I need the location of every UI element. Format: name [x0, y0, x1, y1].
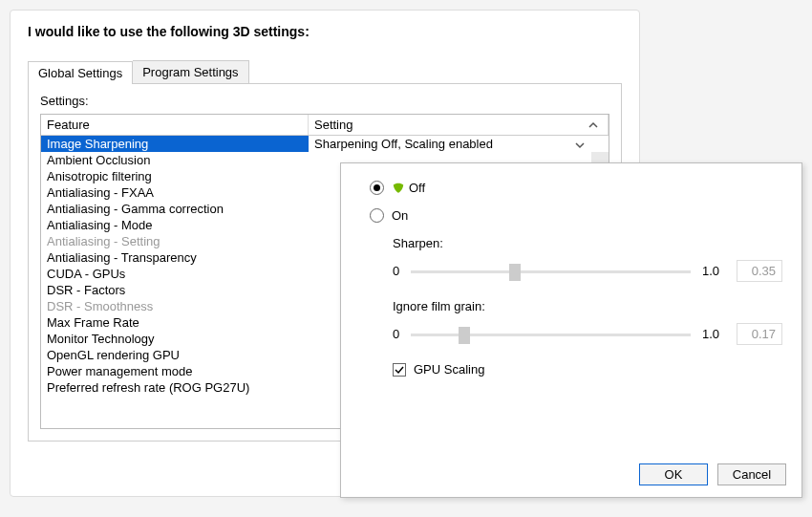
sharpen-row: 0 1.0 0.35	[393, 260, 782, 282]
radio-on[interactable]: On	[370, 208, 782, 223]
feature-cell: Antialiasing - Transparency	[41, 249, 309, 266]
feature-cell: Image Sharpening	[41, 136, 309, 152]
feature-cell: OpenGL rendering GPU	[41, 347, 309, 363]
sharpen-min: 0	[393, 264, 399, 278]
tab-global-settings[interactable]: Global Settings	[28, 61, 133, 84]
feature-cell: Preferred refresh rate (ROG PG27U)	[41, 379, 309, 396]
tab-program-settings[interactable]: Program Settings	[133, 60, 248, 83]
sharpen-slider[interactable]	[411, 262, 691, 281]
radio-on-label: On	[392, 208, 408, 223]
feature-cell: Power management mode	[41, 363, 309, 379]
table-header: Feature Setting	[41, 115, 609, 136]
ok-button[interactable]: OK	[639, 463, 708, 485]
feature-cell: Ambient Occlusion	[41, 152, 309, 168]
grain-max: 1.0	[702, 327, 719, 341]
grain-block: Ignore film grain: 0 1.0 0.17	[393, 299, 782, 345]
column-header-setting[interactable]: Setting	[309, 115, 609, 135]
page-title: I would like to use the following 3D set…	[28, 24, 622, 39]
table-row[interactable]: Image SharpeningSharpening Off, Scaling …	[41, 136, 609, 152]
grain-slider-thumb[interactable]	[459, 327, 470, 344]
sharpen-label: Sharpen:	[393, 236, 782, 250]
grain-label: Ignore film grain:	[393, 299, 782, 313]
feature-cell: DSR - Smoothness	[41, 298, 309, 314]
scroll-up-icon[interactable]	[585, 120, 602, 130]
tab-bar: Global Settings Program Settings	[28, 60, 622, 83]
gpu-scaling-check-indicator	[393, 363, 406, 377]
sharpen-block: Sharpen: 0 1.0 0.35	[393, 236, 782, 282]
nvidia-icon	[392, 182, 405, 195]
sharpen-max: 1.0	[702, 264, 719, 278]
gpu-scaling-label: GPU Scaling	[414, 362, 484, 377]
radio-on-indicator	[370, 208, 384, 223]
setting-cell[interactable]: Sharpening Off, Scaling enabled	[309, 136, 609, 152]
settings-label: Settings:	[40, 94, 609, 108]
feature-cell: DSR - Factors	[41, 282, 309, 298]
feature-cell: Max Frame Rate	[41, 314, 309, 331]
column-header-feature[interactable]: Feature	[41, 115, 309, 135]
sharpen-slider-thumb[interactable]	[509, 264, 521, 281]
sharpen-value: 0.35	[737, 260, 782, 282]
gpu-scaling-checkbox[interactable]: GPU Scaling	[393, 362, 782, 377]
grain-row: 0 1.0 0.17	[393, 323, 782, 345]
feature-cell: Antialiasing - Gamma correction	[41, 201, 309, 217]
grain-value: 0.17	[737, 323, 782, 345]
feature-cell: Monitor Technology	[41, 331, 309, 347]
popup-buttons: OK Cancel	[639, 463, 786, 485]
radio-off-indicator	[370, 181, 384, 195]
cancel-button[interactable]: Cancel	[717, 463, 786, 485]
radio-off-label: Off	[409, 181, 425, 195]
feature-cell: CUDA - GPUs	[41, 266, 309, 282]
grain-slider[interactable]	[411, 325, 691, 344]
feature-cell: Anisotropic filtering	[41, 168, 309, 184]
feature-cell: Antialiasing - FXAA	[41, 184, 309, 201]
feature-cell: Antialiasing - Mode	[41, 217, 309, 233]
column-header-setting-label: Setting	[314, 118, 353, 132]
grain-min: 0	[393, 327, 399, 341]
feature-cell: Antialiasing - Setting	[41, 233, 309, 249]
radio-off[interactable]: Off	[370, 181, 782, 195]
image-sharpening-popup: Off On Sharpen: 0 1.0 0.35 Ignore film g…	[340, 162, 802, 498]
